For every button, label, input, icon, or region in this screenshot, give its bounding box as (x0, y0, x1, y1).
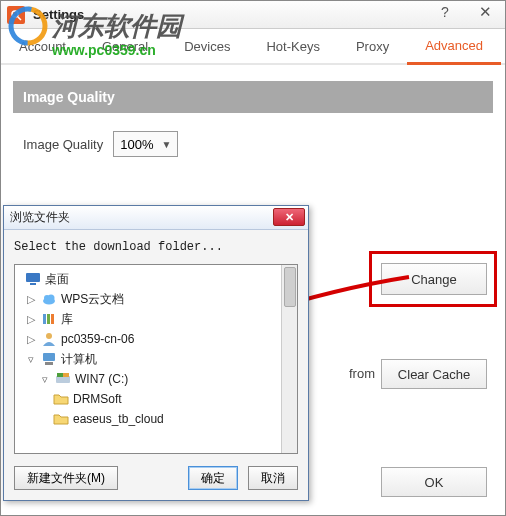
folder-tree[interactable]: 桌面 ▷ WPS云文档 ▷ 库 ▷ pc0359-cn-06 ▿ 计算机 (14, 264, 298, 454)
folder-icon (53, 411, 69, 427)
browse-cancel-button[interactable]: 取消 (248, 466, 298, 490)
tab-hotkeys[interactable]: Hot-Keys (248, 29, 337, 63)
svg-rect-9 (51, 314, 54, 324)
tab-devices[interactable]: Devices (166, 29, 248, 63)
help-button[interactable]: ? (425, 1, 465, 23)
titlebar: Settings ? ✕ (1, 1, 505, 29)
image-quality-section: Image Quality 100% ▼ (13, 113, 493, 181)
svg-rect-2 (26, 273, 40, 282)
computer-icon (41, 351, 57, 367)
tree-label: easeus_tb_cloud (73, 412, 164, 426)
tree-pc[interactable]: ▷ pc0359-cn-06 (17, 329, 295, 349)
tree-label: WIN7 (C:) (75, 372, 128, 386)
new-folder-button[interactable]: 新建文件夹(M) (14, 466, 118, 490)
svg-rect-7 (43, 314, 46, 324)
expander-icon[interactable]: ▷ (25, 313, 37, 326)
image-quality-header: Image Quality (13, 81, 493, 113)
svg-rect-11 (43, 353, 55, 361)
close-icon: ✕ (285, 211, 294, 224)
tab-bar: Account General Devices Hot-Keys Proxy A… (1, 29, 505, 65)
svg-rect-15 (63, 373, 69, 377)
clear-cache-button[interactable]: Clear Cache (381, 359, 487, 389)
expander-icon[interactable]: ▷ (25, 293, 37, 306)
browse-titlebar: 浏览文件夹 ✕ (4, 206, 308, 230)
chevron-down-icon: ▼ (161, 139, 171, 150)
desktop-icon (25, 271, 41, 287)
svg-rect-3 (30, 283, 36, 285)
tree-easeus[interactable]: easeus_tb_cloud (17, 409, 295, 429)
tree-wps[interactable]: ▷ WPS云文档 (17, 289, 295, 309)
browse-ok-button[interactable]: 确定 (188, 466, 238, 490)
tree-label: 库 (61, 311, 73, 328)
from-label: from (349, 366, 375, 381)
svg-point-0 (12, 11, 18, 17)
tab-account[interactable]: Account (1, 29, 84, 63)
drive-icon (55, 371, 71, 387)
svg-rect-12 (45, 362, 53, 365)
tree-computer[interactable]: ▿ 计算机 (17, 349, 295, 369)
close-button[interactable]: ✕ (465, 1, 505, 23)
tab-advanced[interactable]: Advanced (407, 29, 501, 65)
svg-rect-14 (57, 373, 63, 377)
content-area: Image Quality Image Quality 100% ▼ (1, 65, 505, 197)
browse-title: 浏览文件夹 (10, 209, 70, 226)
image-quality-select[interactable]: 100% ▼ (113, 131, 178, 157)
folder-icon (53, 391, 69, 407)
tree-desktop[interactable]: 桌面 (17, 269, 295, 289)
expander-icon[interactable]: ▷ (25, 333, 37, 346)
tree-scrollbar[interactable] (281, 265, 297, 453)
image-quality-value: 100% (120, 137, 153, 152)
image-quality-label: Image Quality (23, 137, 103, 152)
svg-line-1 (18, 16, 22, 20)
settings-window: Settings ? ✕ Account General Devices Hot… (0, 0, 506, 516)
tree-label: 桌面 (45, 271, 69, 288)
library-icon (41, 311, 57, 327)
browse-folder-dialog: 浏览文件夹 ✕ Select the download folder... 桌面… (3, 205, 309, 501)
expander-icon[interactable]: ▿ (39, 373, 51, 386)
cloud-icon (41, 291, 57, 307)
tree-drmsoft[interactable]: DRMSoft (17, 389, 295, 409)
app-icon (7, 6, 25, 24)
svg-point-10 (46, 333, 52, 339)
window-title: Settings (33, 7, 84, 22)
tree-label: WPS云文档 (61, 291, 124, 308)
browse-footer: 新建文件夹(M) 确定 取消 (14, 466, 298, 490)
tree-libraries[interactable]: ▷ 库 (17, 309, 295, 329)
tree-label: DRMSoft (73, 392, 122, 406)
user-icon (41, 331, 57, 347)
tab-proxy[interactable]: Proxy (338, 29, 407, 63)
change-button[interactable]: Change (381, 263, 487, 295)
browse-close-button[interactable]: ✕ (273, 208, 305, 226)
tree-label: pc0359-cn-06 (61, 332, 134, 346)
svg-rect-8 (47, 314, 50, 324)
svg-point-6 (48, 295, 55, 302)
expander-icon[interactable]: ▿ (25, 353, 37, 366)
tree-win7[interactable]: ▿ WIN7 (C:) (17, 369, 295, 389)
ok-button[interactable]: OK (381, 467, 487, 497)
tree-label: 计算机 (61, 351, 97, 368)
tab-general[interactable]: General (84, 29, 166, 63)
scrollbar-thumb[interactable] (284, 267, 296, 307)
browse-instruction: Select the download folder... (4, 230, 308, 258)
svg-rect-13 (56, 376, 70, 383)
